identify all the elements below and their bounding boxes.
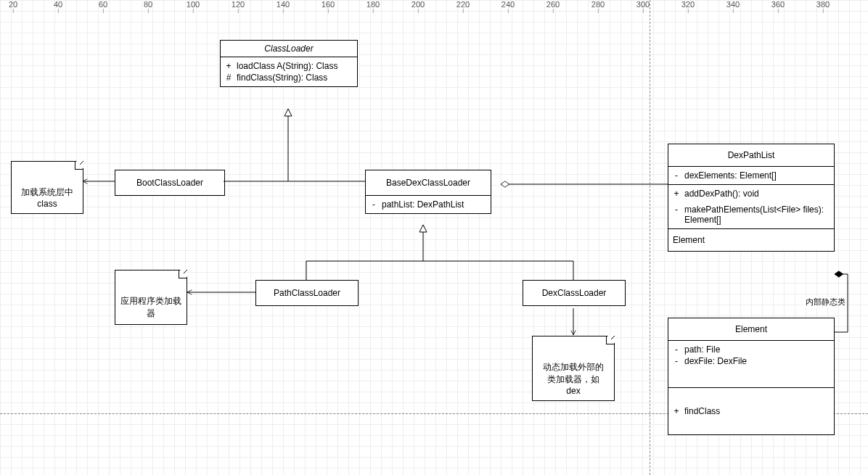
- ruler-tick: 240: [501, 0, 515, 9]
- ruler-tick: 160: [322, 0, 335, 9]
- class-pathclassloader[interactable]: PathClassLoader: [255, 280, 359, 306]
- class-title: ClassLoader: [221, 41, 357, 57]
- class-methods: +findClass: [668, 388, 834, 434]
- note-text: 应用程序类加载 器: [120, 296, 181, 318]
- ruler-tick: 40: [54, 0, 62, 9]
- note-boot[interactable]: 加载系统层中 class: [11, 161, 83, 214]
- ruler-tick: 120: [232, 0, 245, 9]
- class-basedexclassloader[interactable]: BaseDexClassLoader -pathList: DexPathLis…: [365, 170, 491, 214]
- ruler-tick: 200: [412, 0, 425, 9]
- note-text: 动态加载外部的 类加载器，如 dex: [543, 362, 604, 396]
- class-inner: Element: [668, 229, 834, 251]
- ruler-tick: 340: [726, 0, 740, 9]
- class-title: PathClassLoader: [256, 281, 358, 305]
- note-text: 加载系统层中 class: [21, 187, 73, 209]
- class-title: BaseDexClassLoader: [366, 170, 491, 196]
- class-methods: +addDexPath(): void -makePathElements(Li…: [668, 185, 834, 229]
- edge-label-inner-static: 内部静态类: [804, 297, 847, 307]
- ruler-tick: 140: [277, 0, 290, 9]
- class-attrs: -dexElements: Element[]: [668, 167, 834, 185]
- ruler-tick: 180: [367, 0, 380, 9]
- class-title: Element: [668, 318, 834, 341]
- ruler-tick: 80: [144, 0, 152, 9]
- horizontal-ruler: 20 40 60 80 100 120 140 160 180 200 220 …: [0, 0, 868, 10]
- class-attrs: -path: File -dexFile: DexFile: [668, 341, 834, 388]
- ruler-tick: 220: [456, 0, 470, 9]
- class-title: DexClassLoader: [523, 281, 625, 305]
- class-title: BootClassLoader: [115, 170, 224, 195]
- note-dex[interactable]: 动态加载外部的 类加载器，如 dex: [532, 336, 615, 401]
- note-path[interactable]: 应用程序类加载 器: [115, 270, 187, 325]
- class-dexclassloader[interactable]: DexClassLoader: [523, 280, 626, 306]
- ruler-tick: 100: [187, 0, 200, 9]
- ruler-tick: 320: [681, 0, 695, 9]
- class-dexpathlist[interactable]: DexPathList -dexElements: Element[] +add…: [668, 144, 835, 252]
- ruler-tick: 360: [771, 0, 785, 9]
- ruler-tick: 300: [636, 0, 650, 9]
- ruler-tick: 20: [9, 0, 17, 9]
- ruler-tick: 60: [99, 0, 107, 9]
- class-bootclassloader[interactable]: BootClassLoader: [115, 170, 225, 196]
- class-attrs: -pathList: DexPathList: [366, 196, 491, 213]
- class-element[interactable]: Element -path: File -dexFile: DexFile +f…: [668, 318, 835, 435]
- class-classloader[interactable]: ClassLoader +loadClass A(String): Class …: [220, 40, 358, 87]
- ruler-tick: 260: [546, 0, 560, 9]
- class-methods: +loadClass A(String): Class #findClass(S…: [221, 57, 357, 86]
- class-title: DexPathList: [668, 144, 834, 167]
- ruler-tick: 380: [816, 0, 830, 9]
- page-divider-vertical: [650, 0, 650, 475]
- ruler-tick: 280: [591, 0, 605, 9]
